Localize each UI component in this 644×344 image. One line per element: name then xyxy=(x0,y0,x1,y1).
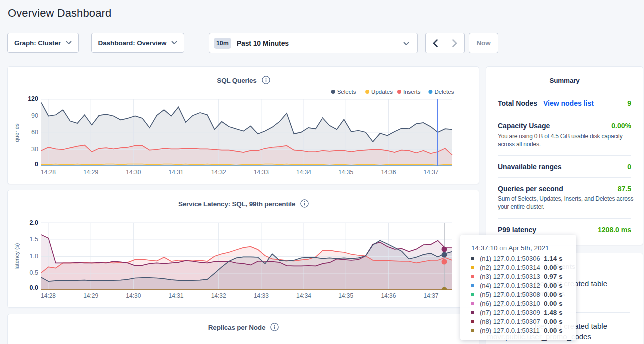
svg-text:14:35: 14:35 xyxy=(338,292,353,299)
svg-text:60: 60 xyxy=(31,129,38,136)
svg-text:2.0: 2.0 xyxy=(30,219,38,226)
svg-text:14:29: 14:29 xyxy=(83,169,98,176)
svg-text:14:28: 14:28 xyxy=(41,292,56,299)
svg-text:14:29: 14:29 xyxy=(83,292,98,299)
svg-text:0: 0 xyxy=(35,161,38,168)
svg-text:14:36: 14:36 xyxy=(381,292,396,299)
svg-text:14:28: 14:28 xyxy=(41,169,56,176)
svg-text:14:33: 14:33 xyxy=(254,169,269,176)
svg-text:14:32: 14:32 xyxy=(211,169,226,176)
svg-text:0.0: 0.0 xyxy=(30,284,38,291)
svg-text:Selects: Selects xyxy=(337,89,356,95)
svg-text:0.5: 0.5 xyxy=(30,269,38,276)
svg-text:14:33: 14:33 xyxy=(254,292,269,299)
svg-text:queries: queries xyxy=(14,123,20,142)
svg-text:1.5: 1.5 xyxy=(30,236,38,243)
svg-text:30: 30 xyxy=(31,146,38,153)
svg-text:14:30: 14:30 xyxy=(126,292,141,299)
svg-text:14:35: 14:35 xyxy=(338,169,353,176)
svg-text:14:34: 14:34 xyxy=(296,292,311,299)
svg-text:14:34: 14:34 xyxy=(296,169,311,176)
svg-text:latency (s): latency (s) xyxy=(14,243,20,269)
svg-text:14:36: 14:36 xyxy=(381,169,396,176)
svg-text:14:37: 14:37 xyxy=(423,292,438,299)
svg-text:Inserts: Inserts xyxy=(403,89,421,95)
svg-text:120: 120 xyxy=(28,95,38,102)
svg-text:14:31: 14:31 xyxy=(168,169,183,176)
svg-text:14:32: 14:32 xyxy=(211,292,226,299)
svg-text:Updates: Updates xyxy=(371,89,393,95)
svg-text:Deletes: Deletes xyxy=(434,89,454,95)
svg-text:90: 90 xyxy=(31,112,38,119)
svg-text:1.0: 1.0 xyxy=(30,253,38,260)
svg-text:14:31: 14:31 xyxy=(168,292,183,299)
svg-text:14:37: 14:37 xyxy=(423,169,438,176)
svg-text:14:30: 14:30 xyxy=(126,169,141,176)
